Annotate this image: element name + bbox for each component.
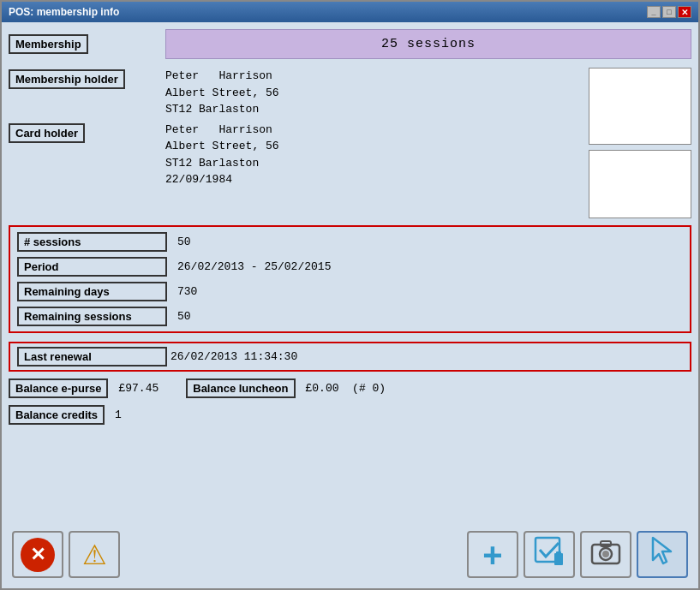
last-renewal-value: 26/02/2013 11:34:30 — [167, 349, 301, 365]
membership-holder-label: Membership holder — [9, 69, 125, 89]
holder-line-3: ST12 Barlaston — [165, 101, 582, 118]
card-holder-block: Card holder Peter Harrison Albert Street… — [9, 122, 582, 188]
close-button[interactable]: ✕ — [12, 531, 63, 578]
svg-rect-1 — [554, 553, 563, 565]
membership-row: Membership 25 sessions — [9, 29, 691, 59]
membership-label-area: Membership — [9, 29, 159, 59]
cursor-icon — [648, 536, 677, 573]
sessions-banner: 25 sessions — [165, 29, 691, 59]
sessions-label-area: # sessions — [17, 232, 167, 252]
card-line-1: Peter Harrison — [165, 122, 582, 139]
bottom-buttons: ✕ ⚠ + — [9, 524, 691, 581]
balance-luncheon-label: Balance luncheon — [186, 378, 295, 398]
sessions-label: # sessions — [17, 232, 167, 252]
svg-marker-7 — [653, 538, 671, 563]
remaining-days-row: Remaining days 730 — [17, 282, 683, 301]
balance-credits-label: Balance credits — [9, 405, 105, 425]
holder-line-2: Albert Street, 56 — [165, 85, 582, 102]
photo-box-1 — [589, 68, 691, 145]
photos-column — [589, 68, 691, 218]
balance-epurse-label: Balance e-purse — [9, 378, 108, 398]
left-section: Membership holder Peter Harrison Albert … — [9, 68, 582, 218]
card-line-2: Albert Street, 56 — [165, 138, 582, 155]
card-holder-label-area: Card holder — [9, 122, 159, 188]
last-renewal-label: Last renewal — [17, 347, 167, 367]
camera-icon — [590, 538, 621, 571]
period-value: 26/02/2013 - 25/02/2015 — [174, 259, 334, 275]
close-icon: ✕ — [21, 538, 55, 572]
period-row: Period 26/02/2013 - 25/02/2015 — [17, 257, 683, 277]
membership-holder-content: Peter Harrison Albert Street, 56 ST12 Ba… — [165, 68, 582, 118]
cursor-button[interactable] — [637, 531, 688, 578]
membership-holder-label-area: Membership holder — [9, 68, 159, 118]
title-controls: _ □ ✕ — [647, 6, 691, 18]
membership-holder-block: Membership holder Peter Harrison Albert … — [9, 68, 582, 118]
balance-credits-value: 1 — [111, 407, 125, 423]
membership-label: Membership — [9, 34, 88, 54]
remaining-days-value: 730 — [174, 283, 200, 300]
sessions-info-content: # sessions 50 Period 26/02/2013 - 25/02/… — [17, 232, 683, 326]
title-bar: POS: membership info _ □ ✕ — [2, 2, 698, 22]
photo-box-2 — [589, 150, 691, 218]
middle-section: Membership holder Peter Harrison Albert … — [9, 68, 691, 218]
last-renewal-label-area: Last renewal — [17, 347, 167, 367]
card-holder-label: Card holder — [9, 123, 85, 143]
remaining-days-label-area: Remaining days — [17, 282, 167, 301]
minimize-button[interactable]: _ — [647, 6, 661, 18]
balance-epurse-row: Balance e-purse £97.45 Balance luncheon … — [9, 377, 691, 400]
sessions-info-box: # sessions 50 Period 26/02/2013 - 25/02/… — [9, 225, 691, 333]
last-renewal-box: Last renewal 26/02/2013 11:34:30 — [9, 342, 691, 372]
period-label-area: Period — [17, 257, 167, 277]
camera-button[interactable] — [580, 531, 631, 578]
sessions-row: # sessions 50 — [17, 232, 683, 252]
window-title: POS: membership info — [9, 6, 119, 18]
card-holder-content: Peter Harrison Albert Street, 56 ST12 Ba… — [165, 122, 582, 188]
checklist-icon — [534, 536, 565, 573]
maximize-button[interactable]: □ — [662, 6, 676, 18]
remaining-sessions-value: 50 — [174, 308, 194, 325]
svg-rect-2 — [556, 551, 561, 555]
remaining-sessions-label: Remaining sessions — [17, 307, 167, 326]
holder-line-1: Peter Harrison — [165, 68, 582, 85]
svg-point-5 — [602, 551, 609, 557]
balance-credits-row: Balance credits 1 — [9, 403, 691, 426]
sessions-value: 50 — [174, 234, 194, 250]
remaining-days-label: Remaining days — [17, 282, 167, 301]
card-line-3: ST12 Barlaston — [165, 155, 582, 172]
add-button[interactable]: + — [467, 531, 518, 578]
main-window: POS: membership info _ □ ✕ Membership 25… — [0, 0, 700, 590]
balance-luncheon-value: £0.00 (# 0) — [302, 380, 390, 396]
left-buttons: ✕ ⚠ — [12, 531, 120, 578]
right-buttons: + — [467, 531, 688, 578]
balance-epurse-value: £97.45 — [115, 380, 162, 396]
period-label: Period — [17, 257, 167, 277]
warning-icon: ⚠ — [82, 539, 107, 571]
remaining-sessions-label-area: Remaining sessions — [17, 307, 167, 326]
checklist-button[interactable] — [524, 531, 575, 578]
card-line-4: 22/09/1984 — [165, 171, 582, 188]
warning-button[interactable]: ⚠ — [69, 531, 120, 578]
window-close-button[interactable]: ✕ — [678, 6, 691, 18]
remaining-sessions-row: Remaining sessions 50 — [17, 307, 683, 326]
plus-icon: + — [482, 538, 502, 572]
main-content: Membership 25 sessions Membership holder… — [2, 22, 698, 588]
